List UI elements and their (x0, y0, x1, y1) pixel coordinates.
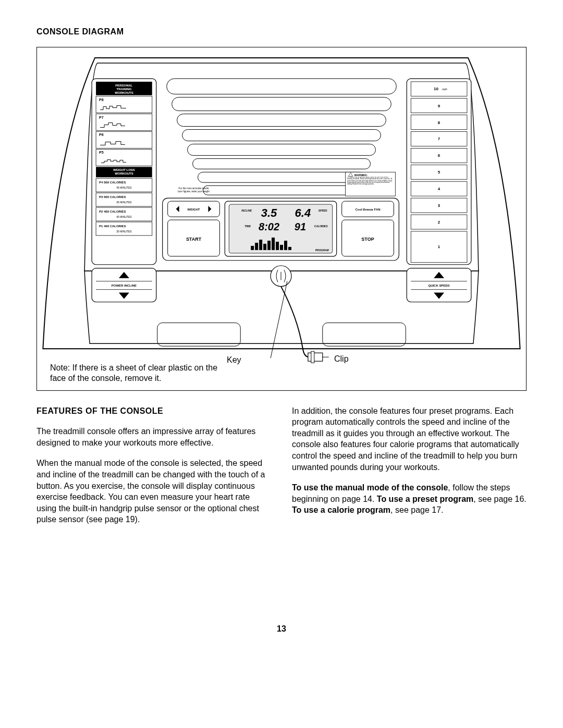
svg-rect-18 (96, 178, 152, 192)
svg-line-58 (271, 281, 287, 358)
svg-rect-14 (96, 114, 152, 130)
speed-2-button[interactable]: 2 (438, 220, 440, 225)
svg-rect-55 (288, 246, 291, 250)
svg-rect-9 (193, 158, 371, 169)
console-diagram: PERSONAL TRAINING WORKOUTS P8 P7 P6 P5 W… (36, 47, 527, 391)
p4-line[interactable]: P4 500 CALORIES (99, 181, 126, 184)
speed-5-button[interactable]: 5 (438, 170, 440, 175)
p1-line[interactable]: P1 400 CALORIES (99, 225, 126, 228)
preset-bold: To use a preset program (377, 495, 474, 503)
quick-speed-label: QUICK SPEED (429, 283, 450, 287)
svg-rect-1 (323, 323, 406, 346)
display-time-label: TIME (244, 225, 251, 228)
warning-body: To reduce risk of serious injury, stand … (347, 177, 394, 186)
wl-title-1: WEIGHT LOSS (113, 168, 135, 171)
diagram-svg: PERSONAL TRAINING WORKOUTS P8 P7 P6 P5 W… (37, 47, 526, 390)
features-heading: FEATURES OF THE CONSOLE (36, 405, 271, 417)
svg-rect-46 (251, 245, 254, 250)
speed-9-button[interactable]: 9 (438, 103, 440, 108)
svg-rect-20 (96, 207, 152, 221)
manual-mode-bold: To use the manual mode of the console (292, 483, 448, 492)
speed-10-button[interactable]: 10 (434, 86, 438, 91)
pt-title: PERSONAL (115, 83, 133, 87)
preset-tail: , see page 16. (473, 495, 526, 503)
p1-sub: 30 MINUTES (116, 230, 132, 233)
speed-7-button[interactable]: 7 (438, 137, 440, 141)
p7-label[interactable]: P7 (99, 115, 104, 119)
key-label: Key (227, 355, 241, 366)
p3-sub: 35 MINUTES (116, 201, 132, 204)
col2-para-2: To use the manual mode of the console, f… (292, 482, 527, 516)
display-calories-value: 91 (295, 221, 306, 232)
page-number: 13 (36, 623, 527, 635)
svg-rect-6 (177, 114, 386, 126)
display-incline-value: 3.5 (261, 206, 277, 219)
svg-rect-47 (255, 242, 258, 250)
col1-para-1: The treadmill console offers an impressi… (36, 426, 271, 448)
svg-rect-52 (276, 241, 279, 250)
calorie-tail: , see page 17. (390, 505, 443, 514)
svg-rect-25 (411, 81, 467, 96)
svg-rect-49 (263, 243, 266, 250)
svg-rect-19 (96, 193, 152, 206)
p3-line[interactable]: P3 500 CALORIES (99, 195, 126, 199)
clip-icon (308, 353, 323, 361)
speed-4-button[interactable]: 4 (438, 187, 440, 191)
weight-note-2: burn figures, enter your weight (178, 190, 210, 193)
column-right: In addition, the console features four p… (292, 405, 527, 535)
p2-line[interactable]: P2 400 CALORIES (99, 210, 126, 213)
svg-rect-51 (272, 237, 275, 250)
fan-button[interactable]: Cool Breeze FAN (355, 208, 380, 211)
weight-note-1: For the most accurate calorie (179, 187, 209, 190)
wl-title-2: WORKOUTS (115, 172, 133, 175)
pt-title-2: TRAINING (116, 87, 131, 90)
svg-rect-57 (311, 351, 314, 363)
svg-rect-50 (267, 240, 271, 250)
speed-1-button[interactable]: 1 (438, 244, 440, 249)
col1-para-2: When the manual mode of the console is s… (36, 458, 271, 525)
power-incline-label: POWER INCLINE (112, 283, 137, 287)
speed-3-button[interactable]: 3 (438, 203, 440, 208)
section-heading: CONSOLE DIAGRAM (36, 26, 527, 38)
svg-rect-11 (203, 186, 360, 195)
weight-button[interactable]: WEIGHT (188, 208, 200, 211)
svg-rect-13 (96, 96, 152, 113)
svg-rect-53 (280, 244, 283, 250)
stop-button[interactable]: STOP (361, 236, 374, 241)
svg-rect-4 (167, 78, 397, 94)
svg-rect-48 (259, 239, 262, 250)
svg-rect-15 (96, 131, 152, 148)
speed-10-unit: mph (442, 87, 447, 90)
p2-sub: 40 MINUTES (116, 215, 132, 218)
p8-label[interactable]: P8 (99, 97, 104, 101)
pt-title-3: WORKOUTS (115, 91, 133, 94)
svg-rect-16 (96, 149, 152, 166)
calorie-bold: To use a calorie program (292, 505, 390, 514)
body-columns: FEATURES OF THE CONSOLE The treadmill co… (36, 405, 527, 535)
p5-label[interactable]: P5 (99, 151, 104, 154)
p6-label[interactable]: P6 (99, 133, 104, 137)
display-incline-label: INCLINE (241, 209, 252, 212)
display-speed-label: SPEED (319, 209, 327, 212)
svg-rect-54 (284, 240, 287, 250)
display-program-label: PROGRAM (315, 248, 329, 251)
svg-rect-0 (157, 323, 241, 346)
svg-rect-5 (172, 97, 391, 110)
display-time-value: 8:02 (259, 221, 279, 232)
col2-para-1: In addition, the console features four p… (292, 405, 527, 473)
svg-rect-21 (96, 222, 152, 236)
svg-rect-8 (188, 144, 376, 155)
start-button[interactable]: START (186, 236, 202, 241)
clip-label: Clip (334, 354, 349, 365)
plastic-note: Note: If there is a sheet of clear plast… (50, 363, 222, 385)
speed-6-button[interactable]: 6 (438, 153, 440, 158)
display-calories-label: CALORIES (314, 225, 328, 228)
svg-rect-7 (182, 129, 381, 141)
svg-rect-10 (198, 172, 365, 182)
p4-sub: 45 MINUTES (116, 186, 132, 189)
display-speed-value: 6.4 (295, 206, 311, 219)
speed-8-button[interactable]: 8 (438, 120, 440, 125)
column-left: FEATURES OF THE CONSOLE The treadmill co… (36, 405, 271, 535)
